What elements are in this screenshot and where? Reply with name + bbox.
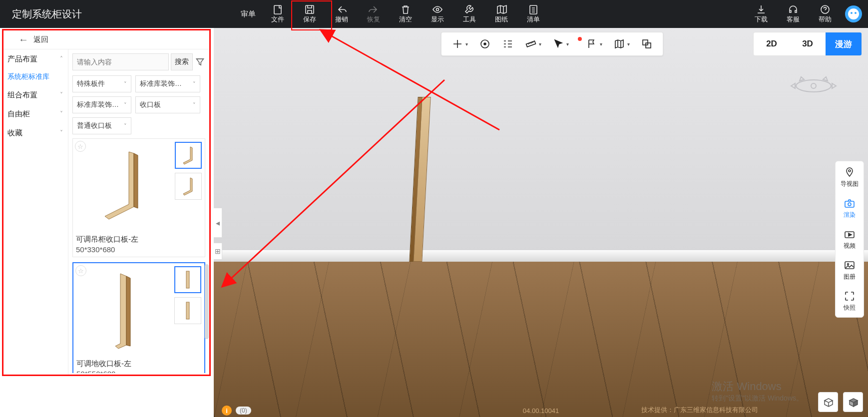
bom-button[interactable]: 清单 — [517, 0, 549, 28]
svg-rect-16 — [643, 40, 648, 45]
svg-marker-10 — [126, 276, 130, 346]
cube-solid-icon — [848, 397, 859, 408]
filter-closure-panel[interactable]: 收口板˅ — [135, 96, 200, 113]
svg-rect-11 — [186, 271, 189, 288]
svg-point-19 — [849, 170, 851, 172]
card-preview — [76, 266, 171, 356]
catalog-card[interactable]: ☆ 可调吊柜收口板-左 50*330*680 — [72, 138, 205, 257]
download-button[interactable]: 下载 — [745, 0, 777, 28]
left-panel: ← 返回 产品布置˄ 系统柜标准库 组合布置˅ 自由柜˅ 收藏˅ 搜索 特殊板件… — [2, 29, 211, 376]
card-thumb[interactable] — [174, 297, 201, 324]
card-thumb[interactable] — [174, 266, 201, 293]
catalog-scrollbar[interactable] — [205, 264, 209, 339]
top-menu: 审单 文件 保存 撤销 恢复 清空 显示 工具 图纸 清单 — [235, 0, 549, 28]
card-thumb[interactable] — [175, 173, 202, 200]
right-dock: 导视图 渲染 视频 图册 快照 — [835, 161, 864, 318]
filter-normal-closure[interactable]: 普通收口板˅ — [72, 117, 131, 134]
app-title: 定制系统柜设计 — [0, 7, 82, 21]
add-tool[interactable]: ▾ — [451, 38, 468, 50]
video-icon — [844, 228, 856, 240]
nav-std-library[interactable]: 系统柜标准库 — [3, 68, 68, 85]
scene-wall — [214, 28, 868, 258]
svg-rect-12 — [186, 302, 189, 319]
top-right-menu: 下载 客服 帮助 — [745, 0, 862, 28]
dock-video[interactable]: 视频 — [844, 228, 856, 250]
undo-button[interactable]: 撤销 — [326, 0, 358, 28]
card-thumb[interactable] — [175, 142, 202, 169]
viewport-3d[interactable]: ◂ ⊞ ▾ ▾ ▾ ▾ ▾ 2D 3D 漫游 导视图 渲染 视频 图册 快照 i… — [214, 28, 868, 417]
help-button[interactable]: 帮助 — [809, 0, 841, 28]
catalog-card[interactable]: ☆ 可调地收口板-左 50*550*680 — [72, 262, 205, 373]
catalog-list: ☆ 可调吊柜收口板-左 50*330*680 ☆ — [72, 138, 205, 373]
panel-collapse-handle[interactable]: ◂ — [214, 208, 222, 238]
view-roam-tab[interactable]: 漫游 — [826, 32, 862, 55]
search-button[interactable]: 搜索 — [171, 53, 193, 70]
filter-icon[interactable] — [195, 56, 205, 67]
orbit-gizmo[interactable] — [786, 71, 841, 101]
filter-std-deco-1[interactable]: 标准库装饰…˅ — [135, 75, 200, 92]
dock-navmap[interactable]: 导视图 — [841, 166, 859, 188]
wrench-icon — [464, 4, 475, 15]
pin-icon — [844, 166, 856, 178]
svg-marker-7 — [183, 147, 192, 164]
layers-tool[interactable] — [641, 38, 653, 50]
nav-product-layout[interactable]: 产品布置˄ — [3, 49, 68, 68]
align-tool[interactable] — [502, 38, 514, 50]
view-cube-buttons — [818, 392, 863, 412]
steering-tool[interactable] — [479, 38, 491, 50]
file-button[interactable]: 文件 — [262, 0, 294, 28]
select-tool[interactable]: ▾ — [552, 38, 569, 50]
info-icon: i — [222, 406, 232, 416]
flag-icon — [586, 38, 598, 50]
nav-combo-layout[interactable]: 组合布置˅ — [3, 85, 68, 104]
dock-gallery[interactable]: 图册 — [844, 259, 856, 281]
back-row[interactable]: ← 返回 — [3, 30, 209, 49]
focus-icon — [844, 290, 856, 302]
dock-render[interactable]: 渲染 — [844, 197, 856, 219]
search-input[interactable] — [72, 53, 169, 70]
view-2d-tab[interactable]: 2D — [754, 32, 790, 55]
download-icon — [756, 4, 767, 15]
eye-icon — [432, 4, 443, 15]
svg-point-24 — [848, 264, 849, 265]
filter-special-panel[interactable]: 特殊板件˅ — [72, 75, 131, 92]
top-bar: 定制系统柜设计 审单 文件 保存 撤销 恢复 清空 显示 工具 图纸 — [0, 0, 868, 28]
nav-favorites[interactable]: 收藏˅ — [3, 123, 68, 142]
redo-button[interactable]: 恢复 — [358, 0, 390, 28]
svg-rect-1 — [306, 5, 314, 13]
cube-solid-button[interactable] — [843, 392, 863, 412]
camera-icon — [844, 197, 856, 209]
material-tool[interactable]: ▾ — [613, 38, 630, 50]
measure-tool[interactable]: ▾ — [525, 38, 541, 50]
user-avatar[interactable] — [845, 5, 862, 22]
card-dimensions: 50*330*680 — [76, 245, 202, 254]
drawings-button[interactable]: 图纸 — [485, 0, 517, 28]
grid-toggle-handle[interactable]: ⊞ — [214, 243, 222, 260]
save-button[interactable]: 保存 — [294, 0, 326, 28]
view-3d-tab[interactable]: 3D — [790, 32, 826, 55]
map-fold-icon — [613, 38, 625, 50]
svg-marker-8 — [183, 178, 192, 195]
align-icon — [502, 38, 514, 50]
flag-tool[interactable]: ▾ — [580, 38, 602, 50]
undo-icon — [336, 4, 347, 15]
cube-wire-button[interactable] — [818, 392, 838, 412]
card-title: 可调吊柜收口板-左 — [76, 235, 202, 244]
clear-button[interactable]: 清空 — [390, 0, 422, 28]
layers-icon — [641, 38, 653, 50]
tools-button[interactable]: 工具 — [453, 0, 485, 28]
audit-button[interactable]: 审单 — [235, 0, 262, 28]
display-button[interactable]: 显示 — [422, 0, 453, 28]
save-icon — [304, 4, 315, 15]
svg-point-21 — [848, 203, 851, 206]
nav-free-cabinet[interactable]: 自由柜˅ — [3, 104, 68, 123]
dock-snapshot[interactable]: 快照 — [844, 290, 856, 312]
chevron-down-icon: ˅ — [60, 110, 63, 117]
info-pill[interactable]: i (0) — [222, 406, 251, 416]
provider-label: 技术提供：广东三维家信息科技有限公司 — [641, 406, 758, 415]
back-arrow-icon: ← — [18, 34, 28, 45]
catalog-pane: 搜索 特殊板件˅ 标准库装饰…˅ 标准库装饰…˅ 收口板˅ 普通收口板˅ ☆ — [68, 49, 209, 375]
filter-std-deco-2[interactable]: 标准库装饰…˅ — [72, 96, 131, 113]
scene-baseboard — [214, 250, 868, 262]
support-button[interactable]: 客服 — [777, 0, 809, 28]
